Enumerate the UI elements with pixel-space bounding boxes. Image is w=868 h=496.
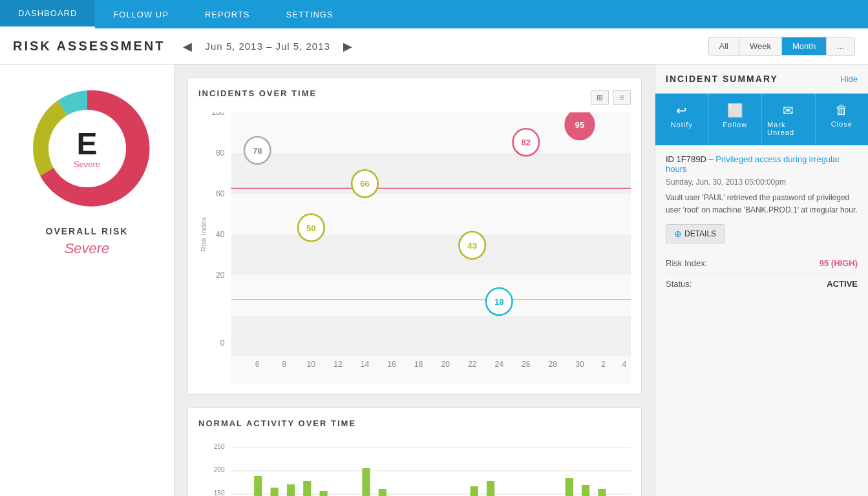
time-filter-group: All Week Month ... [708,37,855,56]
svg-text:200: 200 [214,466,225,473]
close-label: Close [831,120,852,128]
svg-rect-4 [231,234,631,275]
details-plus-icon: ⊕ [674,229,682,239]
svg-rect-59 [471,486,478,496]
svg-text:78: 78 [253,146,262,156]
close-button[interactable]: 🗑 Close [816,94,869,145]
bar-chart: 250 200 150 [198,442,631,496]
svg-text:16: 16 [387,360,396,369]
chart-icon-group: ⊞ ≡ [591,90,631,105]
risk-index-value: 95 (HIGH) [820,258,858,268]
svg-rect-61 [566,478,573,496]
filter-more[interactable]: ... [827,37,854,55]
risk-index-row: Risk Index: 95 (HIGH) [666,253,858,273]
svg-text:82: 82 [521,138,531,147]
svg-text:2: 2 [601,360,606,369]
risk-grade-label: Severe [74,160,100,169]
follow-icon: ⬜ [727,103,743,118]
incident-id-line: ID 1F789D – Privileged access during irr… [666,154,858,174]
svg-text:12: 12 [333,360,343,369]
svg-text:20: 20 [441,360,450,369]
incident-id-dash: – [709,154,716,164]
filter-week[interactable]: Week [739,37,782,55]
filter-all[interactable]: All [709,37,739,55]
svg-rect-58 [379,489,386,496]
page-title: RISK ASSESSMENT [13,39,165,54]
notify-button[interactable]: ↩ Notify [655,94,709,145]
overall-risk-value: Severe [65,240,110,257]
nav-followup[interactable]: FOLLOW UP [95,0,187,28]
incident-date: Sunday, Jun. 30, 2013 05:00:00pm [666,178,858,187]
notify-icon: ↩ [676,103,687,118]
filter-month[interactable]: Month [782,37,827,55]
risk-index-label: Risk Index: [666,258,707,268]
svg-text:66: 66 [360,179,370,189]
incident-description: Vault user 'PAUL' retrieved the password… [666,192,858,216]
incidents-chart-title: INCIDENTS OVER TIME [198,88,317,98]
details-label: DETAILS [684,229,716,238]
svg-text:40: 40 [216,230,225,239]
svg-text:30: 30 [575,360,584,369]
svg-rect-2 [231,153,631,194]
nav-dashboard[interactable]: DASHBOARD [0,0,95,28]
svg-rect-7 [231,356,631,384]
svg-text:100: 100 [211,112,224,117]
svg-rect-62 [582,485,589,496]
follow-label: Follow [723,121,747,129]
prev-date-arrow[interactable]: ◀ [178,37,197,56]
svg-text:18: 18 [494,297,504,307]
normal-activity-title: NORMAL ACTIVITY OVER TIME [198,418,356,428]
action-buttons: ↩ Notify ⬜ Follow ✉ Mark Unread 🗑 Close [655,94,868,145]
scatter-chart: 100 80 60 40 20 0 Risk Index 6 8 10 12 1… [198,112,631,384]
center-content: INCIDENTS OVER TIME ⊞ ≡ [175,65,655,496]
follow-button[interactable]: ⬜ Follow [709,94,763,145]
svg-text:28: 28 [549,360,558,369]
svg-text:4: 4 [622,360,626,369]
svg-rect-55 [303,481,311,496]
left-sidebar: E Severe OVERALL RISK Severe [0,65,175,496]
svg-text:43: 43 [467,241,477,251]
svg-rect-52 [254,476,262,496]
svg-rect-53 [271,488,279,496]
normal-activity-chart-card: NORMAL ACTIVITY OVER TIME 250 200 150 [187,408,642,496]
svg-rect-54 [287,484,295,496]
svg-text:8: 8 [282,360,286,369]
nav-reports[interactable]: REPORTS [187,0,268,28]
chart-view-scatter[interactable]: ⊞ [591,90,609,105]
svg-rect-3 [231,194,631,234]
svg-text:60: 60 [216,189,225,198]
incident-id-text: ID 1F789D [666,154,706,164]
incident-detail: ID 1F789D – Privileged access during irr… [655,145,868,496]
chart-header: INCIDENTS OVER TIME ⊞ ≡ [198,88,631,106]
details-button[interactable]: ⊕ DETAILS [666,224,725,243]
date-navigation: ◀ Jun 5, 2013 – Jul 5, 2013 ▶ [178,37,357,56]
incident-summary-header: INCIDENT SUMMARY Hide [655,65,868,94]
svg-rect-60 [487,481,494,496]
status-value: ACTIVE [827,279,858,289]
mark-unread-button[interactable]: ✉ Mark Unread [762,94,816,145]
status-row: Status: ACTIVE [666,273,858,294]
chart-view-list[interactable]: ≡ [613,90,631,105]
svg-text:80: 80 [216,149,225,158]
top-navigation: DASHBOARD FOLLOW UP REPORTS SETTINGS [0,0,868,28]
next-date-arrow[interactable]: ▶ [338,37,357,56]
svg-text:22: 22 [468,360,477,369]
svg-text:14: 14 [361,360,370,369]
date-range-display: Jun 5, 2013 – Jul 5, 2013 [205,41,330,52]
main-layout: E Severe OVERALL RISK Severe INCIDENTS O… [0,65,868,496]
nav-settings[interactable]: SETTINGS [268,0,352,28]
incident-summary-title: INCIDENT SUMMARY [666,74,778,84]
svg-text:150: 150 [214,490,225,496]
svg-text:0: 0 [220,338,225,347]
hide-button[interactable]: Hide [840,74,858,84]
svg-rect-57 [362,468,370,496]
svg-text:Risk Index: Risk Index [200,217,207,252]
risk-grade: E [74,129,100,160]
svg-text:6: 6 [255,360,260,369]
svg-text:24: 24 [494,360,503,369]
right-panel: INCIDENT SUMMARY Hide ↩ Notify ⬜ Follow … [655,65,868,496]
normal-activity-header: NORMAL ACTIVITY OVER TIME [198,418,631,436]
risk-donut-chart: E Severe [23,84,152,213]
svg-text:95: 95 [575,120,585,130]
svg-rect-6 [231,316,631,356]
